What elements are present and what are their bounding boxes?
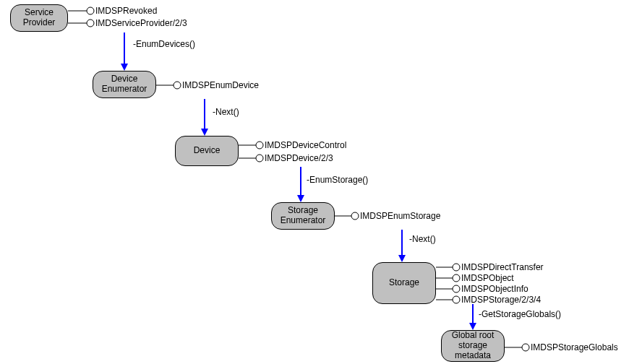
- iface-imdsp-directtransfer: IMDSPDirectTransfer: [461, 262, 544, 272]
- iface-imdserviceprovider: IMDServiceProvider/2/3: [95, 18, 187, 28]
- iface-imdsp-object: IMDSPObject: [461, 273, 514, 283]
- node-device-enumerator: DeviceEnumerator: [93, 71, 156, 98]
- svg-point-17: [453, 285, 460, 292]
- svg-point-3: [87, 20, 94, 27]
- svg-marker-31: [469, 323, 476, 330]
- method-enumstorage: -EnumStorage(): [307, 175, 368, 185]
- svg-point-11: [351, 212, 359, 220]
- svg-point-21: [522, 344, 529, 351]
- iface-imdsp-devicecontrol: IMDSPDeviceControl: [265, 140, 346, 150]
- svg-point-15: [453, 274, 460, 282]
- svg-marker-25: [201, 129, 208, 136]
- node-device: Device: [175, 136, 239, 166]
- iface-imdsp-revoked: IMDSPRevoked: [95, 6, 157, 16]
- node-service-provider: ServiceProvider: [10, 4, 68, 32]
- iface-imdsp-device: IMDSPDevice/2/3: [265, 153, 333, 163]
- iface-imdsp-storageglobals: IMDSPStorageGlobals: [531, 342, 618, 352]
- iface-imdsp-storage: IMDSPStorage/2/3/4: [461, 295, 541, 305]
- node-label: Storage: [389, 278, 419, 288]
- node-label: Global rootstoragemetadata: [452, 331, 495, 360]
- node-storage: Storage: [372, 262, 436, 304]
- svg-point-5: [174, 82, 181, 89]
- svg-point-13: [453, 264, 460, 271]
- svg-marker-29: [398, 255, 406, 262]
- svg-marker-23: [121, 64, 128, 71]
- node-label: ServiceProvider: [23, 8, 56, 28]
- method-getstorageglobals: -GetStorageGlobals(): [479, 309, 561, 319]
- node-label: Device: [194, 146, 221, 156]
- node-storage-enumerator: StorageEnumerator: [271, 202, 335, 230]
- node-global-root: Global rootstoragemetadata: [441, 330, 505, 362]
- node-label: DeviceEnumerator: [102, 74, 147, 95]
- svg-point-19: [453, 296, 460, 303]
- method-next-2: -Next(): [409, 234, 436, 244]
- svg-point-1: [87, 7, 94, 14]
- method-enumdevices: -EnumDevices(): [133, 39, 195, 49]
- iface-imdsp-enumstorage: IMDSPEnumStorage: [360, 211, 440, 221]
- svg-marker-27: [297, 195, 304, 202]
- svg-point-9: [256, 155, 263, 162]
- method-next-1: -Next(): [213, 107, 239, 117]
- iface-imdsp-objectinfo: IMDSPObjectInfo: [461, 284, 528, 294]
- node-label: StorageEnumerator: [281, 206, 326, 226]
- svg-point-7: [256, 142, 263, 149]
- iface-imdsp-enumdevice: IMDSPEnumDevice: [182, 80, 259, 90]
